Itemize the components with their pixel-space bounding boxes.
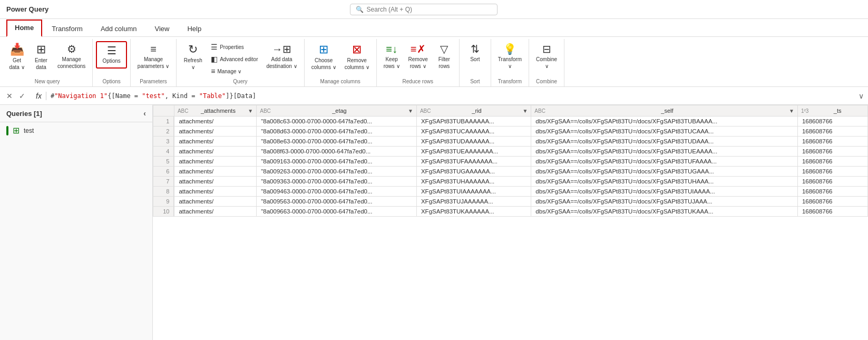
refresh-icon: ↻ bbox=[188, 44, 198, 55]
cell[interactable]: attachments/ bbox=[174, 147, 256, 157]
queries-collapse-button[interactable]: ‹ bbox=[143, 109, 146, 118]
keep-rows-button[interactable]: ≡↓ Keeprows ∨ bbox=[380, 41, 404, 72]
cell[interactable]: XFgSAPt83TUHAAAAAA... bbox=[416, 177, 531, 187]
cell[interactable]: dbs/XFgSAA==/colls/XFgSAPt83TU=/docs/XFg… bbox=[531, 157, 798, 167]
row-number: 6 bbox=[153, 167, 174, 177]
filter-etag-icon[interactable]: ▼ bbox=[408, 108, 413, 114]
cell[interactable]: "8a009163-0000-0700-0000-647fa7ed0... bbox=[257, 157, 417, 167]
refresh-button[interactable]: ↻ Refresh∨ bbox=[180, 41, 206, 73]
filter-self-icon[interactable]: ▼ bbox=[789, 108, 794, 114]
sort-button[interactable]: ⇅ Sort bbox=[463, 41, 486, 65]
manage-connections-button[interactable]: ⚙ Manageconnections bbox=[54, 41, 89, 72]
cell[interactable]: XFgSAPt83TUBAAAAAA... bbox=[416, 116, 531, 127]
add-data-destination-button[interactable]: →⊞ Add datadestination ∨ bbox=[262, 41, 300, 72]
cell[interactable]: attachments/ bbox=[174, 157, 256, 167]
cell[interactable]: XFgSAPt83TUEAAAAAAA... bbox=[416, 147, 531, 157]
cell[interactable]: XFgSAPt83TUFAAAAAAA... bbox=[416, 157, 531, 167]
cell[interactable]: 168608766 bbox=[797, 207, 867, 217]
cell[interactable]: 168608766 bbox=[797, 137, 867, 147]
cell[interactable]: 168608766 bbox=[797, 116, 867, 127]
row-number: 4 bbox=[153, 147, 174, 157]
cell[interactable]: 168608766 bbox=[797, 177, 867, 187]
cell[interactable]: XFgSAPt83TUCAAAAAA... bbox=[416, 127, 531, 137]
cell[interactable]: attachments/ bbox=[174, 116, 256, 127]
cell[interactable]: dbs/XFgSAA==/colls/XFgSAPt83TU=/docs/XFg… bbox=[531, 177, 798, 187]
cell[interactable]: "8a008f63-0000-0700-0000-647fa7ed0... bbox=[257, 147, 417, 157]
filter-attachments-icon[interactable]: ▼ bbox=[248, 108, 253, 114]
th-attachments: ABC _attachments ▼ bbox=[174, 105, 256, 116]
table-row: 7attachments/"8a009363-0000-0700-0000-64… bbox=[153, 177, 868, 187]
manage-button[interactable]: ≡ Manage ∨ bbox=[208, 65, 260, 77]
cell[interactable]: dbs/XFgSAA==/colls/XFgSAPt83TU=/docs/XFg… bbox=[531, 197, 798, 207]
transform-button[interactable]: 💡 Transform∨ bbox=[494, 41, 525, 72]
cell[interactable]: attachments/ bbox=[174, 177, 256, 187]
enter-data-button[interactable]: ⊞ Enterdata bbox=[30, 41, 53, 73]
cell[interactable]: XFgSAPt83TUIAAAAAAA... bbox=[416, 187, 531, 197]
manage-parameters-button[interactable]: ≡ Manageparameters ∨ bbox=[134, 41, 173, 72]
cell[interactable]: XFgSAPt83TUKAAAAAA... bbox=[416, 207, 531, 217]
cell[interactable]: "8a009263-0000-0700-0000-647fa7ed0... bbox=[257, 167, 417, 177]
cell[interactable]: "8a009563-0000-0700-0000-647fa7ed0... bbox=[257, 197, 417, 207]
remove-columns-button[interactable]: ⊠ Removecolumns ∨ bbox=[341, 41, 373, 73]
options-button[interactable]: ☰ Options bbox=[96, 41, 126, 69]
cell[interactable]: dbs/XFgSAA==/colls/XFgSAPt83TU=/docs/XFg… bbox=[531, 167, 798, 177]
table-row: 1attachments/"8a008c63-0000-0700-0000-64… bbox=[153, 116, 868, 127]
cell[interactable]: attachments/ bbox=[174, 187, 256, 197]
cell[interactable]: 168608766 bbox=[797, 147, 867, 157]
data-area[interactable]: ABC _attachments ▼ ABC _etag ▼ bbox=[153, 105, 868, 340]
cell[interactable]: dbs/XFgSAA==/colls/XFgSAPt83TU=/docs/XFg… bbox=[531, 147, 798, 157]
cell[interactable]: attachments/ bbox=[174, 127, 256, 137]
manage-parameters-icon: ≡ bbox=[150, 44, 157, 54]
search-bar[interactable]: 🔍 bbox=[350, 4, 498, 15]
query-item-test[interactable]: ⊞ test bbox=[0, 122, 152, 139]
get-data-button[interactable]: 📥 Getdata ∨ bbox=[5, 41, 28, 73]
choose-columns-button[interactable]: ⊞ Choosecolumns ∨ bbox=[308, 41, 340, 73]
tab-view[interactable]: View bbox=[147, 21, 178, 37]
formula-confirm-btn[interactable]: ✓ bbox=[17, 91, 27, 101]
cell[interactable]: dbs/XFgSAA==/colls/XFgSAPt83TU=/docs/XFg… bbox=[531, 207, 798, 217]
transform-label: Transform bbox=[494, 77, 525, 86]
tab-transform[interactable]: Transform bbox=[43, 21, 91, 37]
cell[interactable]: XFgSAPt83TUGAAAAAA... bbox=[416, 167, 531, 177]
cell[interactable]: 168608766 bbox=[797, 157, 867, 167]
advanced-editor-button[interactable]: ◧ Advanced editor bbox=[208, 53, 260, 65]
cell[interactable]: dbs/XFgSAA==/colls/XFgSAPt83TU=/docs/XFg… bbox=[531, 127, 798, 137]
cell[interactable]: 168608766 bbox=[797, 127, 867, 137]
combine-button[interactable]: ⊟ Combine∨ bbox=[532, 41, 561, 72]
query-label: Query bbox=[180, 77, 300, 86]
sort-label: Sort bbox=[463, 77, 487, 86]
row-number: 1 bbox=[153, 116, 174, 127]
cell[interactable]: dbs/XFgSAA==/colls/XFgSAPt83TU=/docs/XFg… bbox=[531, 137, 798, 147]
cell[interactable]: "8a009663-0000-0700-0000-647fa7ed0... bbox=[257, 207, 417, 217]
formula-input[interactable]: #"Navigation 1"{[Name = "test", Kind = "… bbox=[51, 92, 854, 100]
formula-chevron-icon[interactable]: ∨ bbox=[859, 92, 864, 100]
cell[interactable]: attachments/ bbox=[174, 197, 256, 207]
search-input[interactable] bbox=[367, 6, 483, 13]
remove-rows-button[interactable]: ≡✗ Removerows ∨ bbox=[405, 41, 432, 72]
filter-rid-icon[interactable]: ▼ bbox=[522, 108, 528, 114]
cell[interactable]: attachments/ bbox=[174, 207, 256, 217]
filter-rows-icon: ▽ bbox=[440, 44, 448, 54]
cell[interactable]: "8a009463-0000-0700-0000-647fa7ed0... bbox=[257, 187, 417, 197]
tab-add-column[interactable]: Add column bbox=[92, 21, 145, 37]
cell[interactable]: XFgSAPt83TUJAAAAAA... bbox=[416, 197, 531, 207]
cell[interactable]: 168608766 bbox=[797, 167, 867, 177]
tab-home[interactable]: Home bbox=[6, 20, 42, 37]
cell[interactable]: "8a008e63-0000-0700-0000-647fa7ed0... bbox=[257, 137, 417, 147]
choose-columns-icon: ⊞ bbox=[319, 44, 328, 55]
cell[interactable]: "8a008c63-0000-0700-0000-647fa7ed0... bbox=[257, 116, 417, 127]
properties-button[interactable]: ☰ Properties bbox=[208, 41, 260, 53]
cell[interactable]: XFgSAPt83TUDAAAAAA... bbox=[416, 137, 531, 147]
ribbon-group-manage-columns: ⊞ Choosecolumns ∨ ⊠ Removecolumns ∨ Mana… bbox=[305, 39, 377, 86]
tab-help[interactable]: Help bbox=[179, 21, 210, 37]
cell[interactable]: "8a009363-0000-0700-0000-647fa7ed0... bbox=[257, 177, 417, 187]
cell[interactable]: dbs/XFgSAA==/colls/XFgSAPt83TU=/docs/XFg… bbox=[531, 187, 798, 197]
cell[interactable]: attachments/ bbox=[174, 137, 256, 147]
cell[interactable]: dbs/XFgSAA==/colls/XFgSAPt83TU=/docs/XFg… bbox=[531, 116, 798, 127]
cell[interactable]: "8a008d63-0000-0700-0000-647fa7ed0... bbox=[257, 127, 417, 137]
cell[interactable]: 168608766 bbox=[797, 197, 867, 207]
cell[interactable]: 168608766 bbox=[797, 187, 867, 197]
formula-cancel-btn[interactable]: ✕ bbox=[4, 91, 15, 101]
cell[interactable]: attachments/ bbox=[174, 167, 256, 177]
filter-rows-button[interactable]: ▽ Filterrows bbox=[433, 41, 456, 72]
